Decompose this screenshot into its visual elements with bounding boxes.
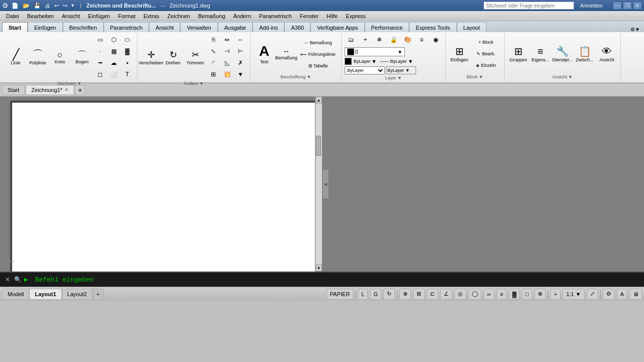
- qa-undo-icon[interactable]: ↩: [53, 3, 60, 9]
- tool-ansicht[interactable]: 👁 Ansicht: [596, 40, 617, 68]
- tab-addins[interactable]: Add-ins: [253, 22, 284, 32]
- tool-region[interactable]: ◻: [94, 69, 107, 80]
- menu-parametrisch[interactable]: Parametrisch: [255, 12, 296, 20]
- tool-text[interactable]: A Text: [254, 40, 275, 68]
- restore-button[interactable]: ❐: [623, 2, 632, 10]
- tool-linie[interactable]: ╱ Linie: [5, 43, 26, 71]
- tool-fuehrungslinie[interactable]: ⟵ Führungslinie: [298, 49, 338, 60]
- status-workspace[interactable]: ⚙: [603, 289, 615, 300]
- tool-trimmen[interactable]: ✂ Trimmen: [185, 43, 206, 71]
- status-grid[interactable]: ⊞: [413, 289, 425, 300]
- tab-layout[interactable]: Layout: [457, 22, 487, 32]
- titlebar-search[interactable]: Anmelden: [484, 2, 603, 10]
- tab-express-tools[interactable]: Express Tools: [409, 22, 456, 32]
- tab-performance[interactable]: Performance: [365, 22, 410, 32]
- tab-beschriften[interactable]: Beschriften: [63, 22, 104, 32]
- status-L[interactable]: L: [358, 289, 368, 300]
- tool-layer-match[interactable]: ≡: [415, 34, 428, 45]
- cmd-close-btn[interactable]: ✕: [3, 275, 12, 284]
- status-annotation[interactable]: A: [617, 289, 627, 300]
- tool-skalieren[interactable]: ⤡: [207, 46, 220, 57]
- menu-hilfe[interactable]: Hilfe: [323, 12, 342, 20]
- drawing-paper[interactable]: Datum Name gezeichnet geprüft: [11, 102, 322, 272]
- tool-3d[interactable]: ▪: [121, 57, 134, 68]
- qa-print-icon[interactable]: 🖨: [44, 3, 51, 9]
- tool-tabelle[interactable]: ⊞ Tabelle: [298, 60, 338, 71]
- tool-layer-color[interactable]: 🎨: [401, 34, 414, 45]
- new-layout-btn[interactable]: +: [93, 289, 104, 300]
- menu-bemassung[interactable]: Bemaßung: [194, 12, 229, 20]
- tool-drehen[interactable]: ↻ Drehen: [163, 43, 184, 71]
- tool-polylinie[interactable]: ⌒ Polylinie: [27, 43, 48, 71]
- status-selection[interactable]: □: [522, 289, 532, 300]
- menu-datei[interactable]: Datei: [2, 12, 23, 20]
- status-maximize[interactable]: ⤢: [587, 289, 598, 300]
- status-lineweight[interactable]: ≡: [497, 289, 507, 300]
- tab-einfuegen[interactable]: Einfügen: [28, 22, 62, 32]
- tool-bemassung2[interactable]: ↔ Bemaßung: [298, 37, 338, 48]
- tab-layout2[interactable]: Layout2: [62, 289, 93, 300]
- tool-layer-lock[interactable]: 🔒: [387, 34, 400, 45]
- ribbon-options-icon[interactable]: ⚙▼: [628, 27, 642, 32]
- color-arrow[interactable]: ▼: [371, 58, 377, 64]
- vscroll-thumb[interactable]: [316, 136, 321, 156]
- status-hardware[interactable]: 🖥: [629, 289, 642, 300]
- tool-eigenschaften[interactable]: ≡ Eigens...: [530, 40, 551, 68]
- tab-a360[interactable]: A360: [284, 22, 310, 32]
- status-osnap[interactable]: ◎: [454, 289, 466, 300]
- status-snap[interactable]: ⊕: [399, 289, 411, 300]
- tool-rechteck[interactable]: ▭: [94, 34, 107, 45]
- tool-fase[interactable]: ◺: [220, 57, 233, 68]
- workspace-vscroll[interactable]: ▲ ▼: [315, 97, 322, 272]
- menu-zeichnen[interactable]: Zeichnen: [163, 12, 194, 20]
- linetype-selector[interactable]: —— ByLayer ▼: [380, 58, 413, 64]
- user-login[interactable]: Anmelden: [580, 3, 603, 9]
- tool-bearbeiten[interactable]: ✎ Bearb.: [471, 48, 501, 59]
- tool-grenze[interactable]: ⬜: [107, 69, 120, 80]
- tab-ausgabe[interactable]: Ausgabe: [218, 22, 253, 32]
- tab-parametrisch[interactable]: Parametrisch: [104, 22, 149, 32]
- search-input[interactable]: [484, 2, 574, 10]
- collapse-handle[interactable]: ◀: [322, 169, 329, 199]
- tab-verwalten[interactable]: Verwalten: [180, 22, 217, 32]
- tool-spiegeln[interactable]: ⇔: [220, 34, 233, 45]
- tab-layout1[interactable]: Layout1: [29, 289, 61, 300]
- status-rotate[interactable]: ↻: [383, 289, 395, 300]
- tool-einfuegen[interactable]: ⊞ Einfügen: [449, 40, 470, 68]
- tool-wolke[interactable]: ☁: [107, 57, 120, 68]
- tool-verlaengern[interactable]: ⊢: [234, 46, 247, 57]
- tool-abrunden[interactable]: ◜: [207, 57, 220, 68]
- qa-open-icon[interactable]: 📂: [22, 3, 31, 9]
- status-polar[interactable]: ∠: [440, 289, 452, 300]
- status-layout-options[interactable]: +: [550, 289, 560, 300]
- tool-linie2[interactable]: ━: [94, 57, 107, 68]
- tool-layer-isolate[interactable]: ◉: [429, 34, 442, 45]
- minimize-button[interactable]: —: [613, 2, 622, 10]
- menu-express[interactable]: Express: [342, 12, 370, 20]
- tab-verfuegbare[interactable]: Verfügbare Apps: [310, 22, 364, 32]
- tool-block-erstellen[interactable]: + Block: [471, 37, 501, 48]
- status-3dosnap[interactable]: ◯: [468, 289, 481, 300]
- vscroll-up-btn[interactable]: ▲: [316, 97, 322, 104]
- tool-punkt[interactable]: ·: [94, 46, 107, 57]
- eigensch-expand-icon[interactable]: ▼: [568, 74, 573, 79]
- status-otrack[interactable]: ∞: [484, 289, 495, 300]
- close-button[interactable]: ✕: [633, 2, 642, 10]
- tool-polygon[interactable]: ⬡: [107, 34, 120, 45]
- cmd-search-btn[interactable]: 🔍: [13, 275, 22, 284]
- status-G[interactable]: G: [370, 289, 381, 300]
- menu-ansicht[interactable]: Ansicht: [58, 12, 84, 20]
- menu-bearbeiten[interactable]: Bearbeiten: [23, 12, 58, 20]
- tool-explodieren[interactable]: 💥: [220, 69, 233, 80]
- tab-drawing[interactable]: Zeichnung1* ✕: [26, 85, 74, 95]
- tool-bogen[interactable]: ⌒ Bogen: [71, 43, 93, 71]
- tool-gruppen[interactable]: ⊞ Gruppen: [508, 40, 529, 68]
- tool-zwischenablage[interactable]: 📋 Zwisch...: [574, 40, 595, 68]
- canvas-area[interactable]: Datum Name gezeichnet geprüft: [0, 97, 322, 272]
- menu-einfuegen[interactable]: Einfügen: [84, 12, 114, 20]
- qa-redo-icon[interactable]: ↪: [62, 3, 68, 9]
- menu-extras[interactable]: Extras: [139, 12, 163, 20]
- tool-layer-eigenschaften[interactable]: 🗂: [345, 34, 358, 45]
- tab-modell[interactable]: Modell: [2, 289, 29, 300]
- tab-close-icon[interactable]: ✕: [64, 87, 68, 93]
